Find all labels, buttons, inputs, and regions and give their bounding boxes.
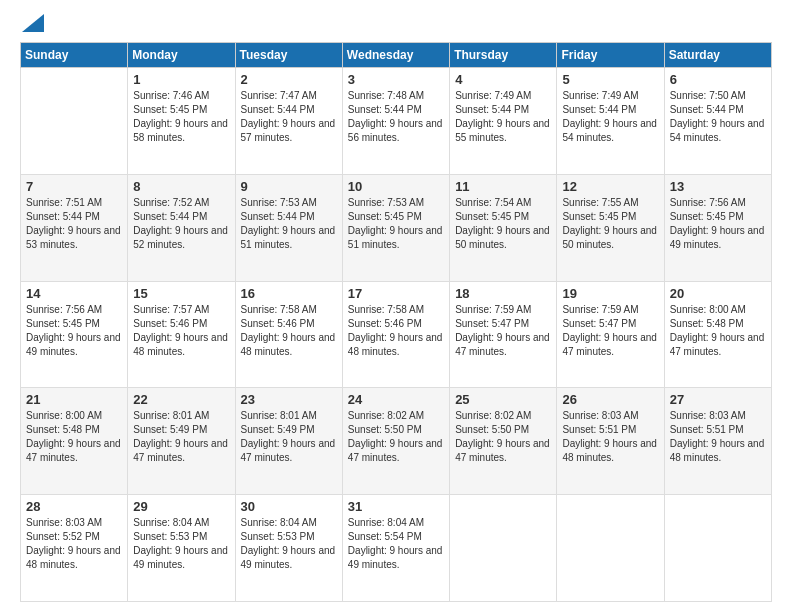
calendar-week-row: 14Sunrise: 7:56 AMSunset: 5:45 PMDayligh…	[21, 281, 772, 388]
cell-info: Sunrise: 8:03 AMSunset: 5:51 PMDaylight:…	[562, 410, 657, 463]
day-number: 12	[562, 179, 658, 194]
cell-info: Sunrise: 7:51 AMSunset: 5:44 PMDaylight:…	[26, 197, 121, 250]
cell-info: Sunrise: 7:56 AMSunset: 5:45 PMDaylight:…	[26, 304, 121, 357]
calendar-cell	[450, 495, 557, 602]
cell-info: Sunrise: 7:54 AMSunset: 5:45 PMDaylight:…	[455, 197, 550, 250]
cell-info: Sunrise: 8:01 AMSunset: 5:49 PMDaylight:…	[241, 410, 336, 463]
calendar-cell: 10Sunrise: 7:53 AMSunset: 5:45 PMDayligh…	[342, 174, 449, 281]
calendar-cell: 7Sunrise: 7:51 AMSunset: 5:44 PMDaylight…	[21, 174, 128, 281]
cell-info: Sunrise: 8:01 AMSunset: 5:49 PMDaylight:…	[133, 410, 228, 463]
calendar-week-row: 7Sunrise: 7:51 AMSunset: 5:44 PMDaylight…	[21, 174, 772, 281]
day-number: 25	[455, 392, 551, 407]
calendar-header-row: SundayMondayTuesdayWednesdayThursdayFrid…	[21, 43, 772, 68]
day-number: 3	[348, 72, 444, 87]
cell-info: Sunrise: 8:04 AMSunset: 5:54 PMDaylight:…	[348, 517, 443, 570]
cell-info: Sunrise: 8:04 AMSunset: 5:53 PMDaylight:…	[241, 517, 336, 570]
calendar-cell: 9Sunrise: 7:53 AMSunset: 5:44 PMDaylight…	[235, 174, 342, 281]
calendar-cell: 29Sunrise: 8:04 AMSunset: 5:53 PMDayligh…	[128, 495, 235, 602]
cell-info: Sunrise: 7:53 AMSunset: 5:45 PMDaylight:…	[348, 197, 443, 250]
calendar-cell	[557, 495, 664, 602]
day-number: 28	[26, 499, 122, 514]
cell-info: Sunrise: 8:03 AMSunset: 5:52 PMDaylight:…	[26, 517, 121, 570]
calendar-cell: 21Sunrise: 8:00 AMSunset: 5:48 PMDayligh…	[21, 388, 128, 495]
cell-info: Sunrise: 7:55 AMSunset: 5:45 PMDaylight:…	[562, 197, 657, 250]
calendar-cell: 28Sunrise: 8:03 AMSunset: 5:52 PMDayligh…	[21, 495, 128, 602]
cell-info: Sunrise: 8:02 AMSunset: 5:50 PMDaylight:…	[455, 410, 550, 463]
cell-info: Sunrise: 8:02 AMSunset: 5:50 PMDaylight:…	[348, 410, 443, 463]
day-number: 5	[562, 72, 658, 87]
cell-info: Sunrise: 7:50 AMSunset: 5:44 PMDaylight:…	[670, 90, 765, 143]
day-number: 27	[670, 392, 766, 407]
cell-info: Sunrise: 7:48 AMSunset: 5:44 PMDaylight:…	[348, 90, 443, 143]
logo-arrow-icon	[22, 14, 44, 32]
calendar-cell: 27Sunrise: 8:03 AMSunset: 5:51 PMDayligh…	[664, 388, 771, 495]
weekday-header: Sunday	[21, 43, 128, 68]
day-number: 7	[26, 179, 122, 194]
calendar-week-row: 1Sunrise: 7:46 AMSunset: 5:45 PMDaylight…	[21, 68, 772, 175]
day-number: 21	[26, 392, 122, 407]
calendar-cell: 1Sunrise: 7:46 AMSunset: 5:45 PMDaylight…	[128, 68, 235, 175]
calendar-table: SundayMondayTuesdayWednesdayThursdayFrid…	[20, 42, 772, 602]
weekday-header: Thursday	[450, 43, 557, 68]
weekday-header: Tuesday	[235, 43, 342, 68]
calendar-cell: 30Sunrise: 8:04 AMSunset: 5:53 PMDayligh…	[235, 495, 342, 602]
day-number: 24	[348, 392, 444, 407]
calendar-cell: 5Sunrise: 7:49 AMSunset: 5:44 PMDaylight…	[557, 68, 664, 175]
day-number: 13	[670, 179, 766, 194]
calendar-cell: 23Sunrise: 8:01 AMSunset: 5:49 PMDayligh…	[235, 388, 342, 495]
calendar-cell: 13Sunrise: 7:56 AMSunset: 5:45 PMDayligh…	[664, 174, 771, 281]
weekday-header: Monday	[128, 43, 235, 68]
page: SundayMondayTuesdayWednesdayThursdayFrid…	[0, 0, 792, 612]
calendar-cell: 2Sunrise: 7:47 AMSunset: 5:44 PMDaylight…	[235, 68, 342, 175]
cell-info: Sunrise: 7:59 AMSunset: 5:47 PMDaylight:…	[455, 304, 550, 357]
weekday-header: Wednesday	[342, 43, 449, 68]
cell-info: Sunrise: 7:49 AMSunset: 5:44 PMDaylight:…	[455, 90, 550, 143]
calendar-week-row: 28Sunrise: 8:03 AMSunset: 5:52 PMDayligh…	[21, 495, 772, 602]
calendar-cell	[664, 495, 771, 602]
day-number: 20	[670, 286, 766, 301]
day-number: 1	[133, 72, 229, 87]
calendar-cell: 22Sunrise: 8:01 AMSunset: 5:49 PMDayligh…	[128, 388, 235, 495]
day-number: 8	[133, 179, 229, 194]
cell-info: Sunrise: 7:53 AMSunset: 5:44 PMDaylight:…	[241, 197, 336, 250]
day-number: 14	[26, 286, 122, 301]
cell-info: Sunrise: 7:58 AMSunset: 5:46 PMDaylight:…	[348, 304, 443, 357]
calendar-cell: 18Sunrise: 7:59 AMSunset: 5:47 PMDayligh…	[450, 281, 557, 388]
day-number: 2	[241, 72, 337, 87]
day-number: 4	[455, 72, 551, 87]
cell-info: Sunrise: 7:46 AMSunset: 5:45 PMDaylight:…	[133, 90, 228, 143]
day-number: 29	[133, 499, 229, 514]
cell-info: Sunrise: 7:49 AMSunset: 5:44 PMDaylight:…	[562, 90, 657, 143]
day-number: 22	[133, 392, 229, 407]
cell-info: Sunrise: 7:59 AMSunset: 5:47 PMDaylight:…	[562, 304, 657, 357]
cell-info: Sunrise: 7:56 AMSunset: 5:45 PMDaylight:…	[670, 197, 765, 250]
calendar-cell: 20Sunrise: 8:00 AMSunset: 5:48 PMDayligh…	[664, 281, 771, 388]
calendar-cell: 4Sunrise: 7:49 AMSunset: 5:44 PMDaylight…	[450, 68, 557, 175]
calendar-cell: 25Sunrise: 8:02 AMSunset: 5:50 PMDayligh…	[450, 388, 557, 495]
cell-info: Sunrise: 8:00 AMSunset: 5:48 PMDaylight:…	[26, 410, 121, 463]
day-number: 9	[241, 179, 337, 194]
cell-info: Sunrise: 8:03 AMSunset: 5:51 PMDaylight:…	[670, 410, 765, 463]
header	[20, 18, 772, 32]
calendar-week-row: 21Sunrise: 8:00 AMSunset: 5:48 PMDayligh…	[21, 388, 772, 495]
day-number: 16	[241, 286, 337, 301]
calendar-cell: 31Sunrise: 8:04 AMSunset: 5:54 PMDayligh…	[342, 495, 449, 602]
day-number: 31	[348, 499, 444, 514]
calendar-cell: 19Sunrise: 7:59 AMSunset: 5:47 PMDayligh…	[557, 281, 664, 388]
day-number: 19	[562, 286, 658, 301]
day-number: 17	[348, 286, 444, 301]
cell-info: Sunrise: 7:57 AMSunset: 5:46 PMDaylight:…	[133, 304, 228, 357]
calendar-cell: 26Sunrise: 8:03 AMSunset: 5:51 PMDayligh…	[557, 388, 664, 495]
calendar-cell: 12Sunrise: 7:55 AMSunset: 5:45 PMDayligh…	[557, 174, 664, 281]
calendar-cell: 16Sunrise: 7:58 AMSunset: 5:46 PMDayligh…	[235, 281, 342, 388]
calendar-cell: 6Sunrise: 7:50 AMSunset: 5:44 PMDaylight…	[664, 68, 771, 175]
calendar-cell: 11Sunrise: 7:54 AMSunset: 5:45 PMDayligh…	[450, 174, 557, 281]
calendar-cell	[21, 68, 128, 175]
day-number: 30	[241, 499, 337, 514]
cell-info: Sunrise: 7:47 AMSunset: 5:44 PMDaylight:…	[241, 90, 336, 143]
day-number: 18	[455, 286, 551, 301]
day-number: 26	[562, 392, 658, 407]
cell-info: Sunrise: 8:00 AMSunset: 5:48 PMDaylight:…	[670, 304, 765, 357]
calendar-cell: 14Sunrise: 7:56 AMSunset: 5:45 PMDayligh…	[21, 281, 128, 388]
weekday-header: Friday	[557, 43, 664, 68]
